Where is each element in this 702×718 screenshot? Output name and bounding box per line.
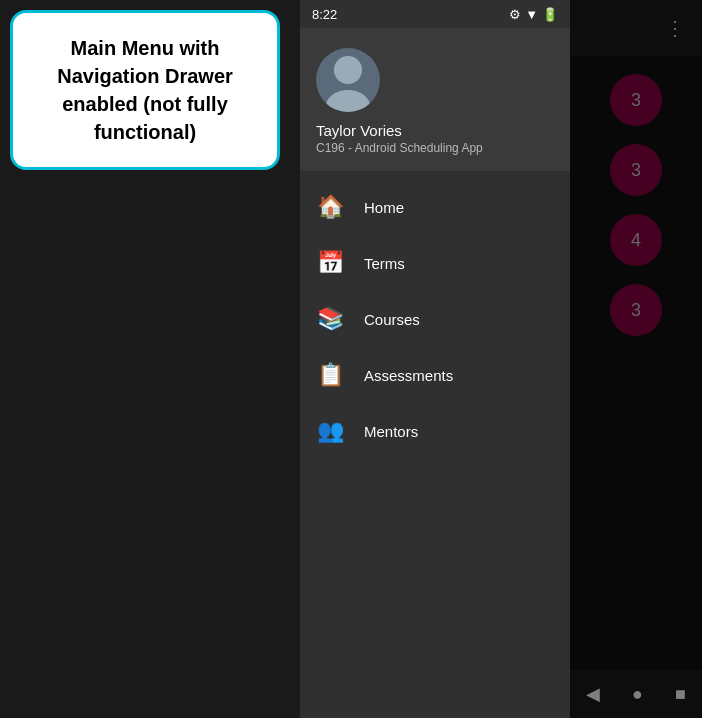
svg-point-0 bbox=[334, 56, 362, 84]
drawer-header: Taylor Vories C196 - Android Scheduling … bbox=[300, 28, 570, 171]
circle-item-1[interactable]: 3 bbox=[610, 74, 662, 126]
nav-item-assessments[interactable]: 📋 Assessments bbox=[300, 347, 570, 403]
user-subtitle: C196 - Android Scheduling App bbox=[316, 141, 483, 155]
mentors-icon: 👥 bbox=[316, 417, 344, 445]
circle-item-3[interactable]: 4 bbox=[610, 214, 662, 266]
recent-button[interactable]: ■ bbox=[659, 676, 702, 713]
overflow-menu-icon[interactable]: ⋮ bbox=[657, 8, 694, 48]
svg-point-1 bbox=[326, 90, 370, 112]
assessments-icon: 📋 bbox=[316, 361, 344, 389]
terms-icon: 📅 bbox=[316, 249, 344, 277]
nav-drawer: 8:22 ⚙ ▼ 🔋 Taylor Vories C196 - Android … bbox=[300, 0, 570, 718]
annotation-box: Main Menu with Navigation Drawer enabled… bbox=[10, 10, 280, 170]
status-time: 8:22 bbox=[312, 7, 337, 22]
nav-items: 🏠 Home 📅 Terms 📚 Courses 📋 Assessments 👥… bbox=[300, 171, 570, 718]
annotation-text: Main Menu with Navigation Drawer enabled… bbox=[29, 34, 261, 146]
nav-item-mentors[interactable]: 👥 Mentors bbox=[300, 403, 570, 459]
bottom-nav: ◀ ● ■ bbox=[570, 670, 702, 718]
nav-label-assessments: Assessments bbox=[364, 367, 453, 384]
avatar bbox=[316, 48, 380, 112]
circles-area: 3 3 4 3 bbox=[570, 56, 702, 670]
circle-value-1: 3 bbox=[631, 90, 641, 111]
user-name: Taylor Vories bbox=[316, 122, 402, 139]
circle-value-3: 4 bbox=[631, 230, 641, 251]
circle-value-2: 3 bbox=[631, 160, 641, 181]
home-icon: 🏠 bbox=[316, 193, 344, 221]
status-bar: 8:22 ⚙ ▼ 🔋 bbox=[300, 0, 570, 28]
back-button[interactable]: ◀ bbox=[570, 675, 616, 713]
home-button[interactable]: ● bbox=[616, 676, 659, 713]
nav-label-terms: Terms bbox=[364, 255, 405, 272]
device: 8:22 ⚙ ▼ 🔋 Taylor Vories C196 - Android … bbox=[300, 0, 702, 718]
battery-icon: 🔋 bbox=[542, 7, 558, 22]
nav-item-terms[interactable]: 📅 Terms bbox=[300, 235, 570, 291]
nav-item-courses[interactable]: 📚 Courses bbox=[300, 291, 570, 347]
nav-label-home: Home bbox=[364, 199, 404, 216]
circle-item-2[interactable]: 3 bbox=[610, 144, 662, 196]
nav-label-courses: Courses bbox=[364, 311, 420, 328]
main-content: ⋮ 3 3 4 3 ◀ ● ■ bbox=[570, 0, 702, 718]
circle-value-4: 3 bbox=[631, 300, 641, 321]
signal-icon: ▼ bbox=[525, 7, 538, 22]
courses-icon: 📚 bbox=[316, 305, 344, 333]
settings-icon: ⚙ bbox=[509, 7, 521, 22]
status-icons: ⚙ ▼ 🔋 bbox=[509, 7, 558, 22]
circle-item-4[interactable]: 3 bbox=[610, 284, 662, 336]
toolbar: ⋮ bbox=[570, 0, 702, 56]
nav-label-mentors: Mentors bbox=[364, 423, 418, 440]
nav-item-home[interactable]: 🏠 Home bbox=[300, 179, 570, 235]
